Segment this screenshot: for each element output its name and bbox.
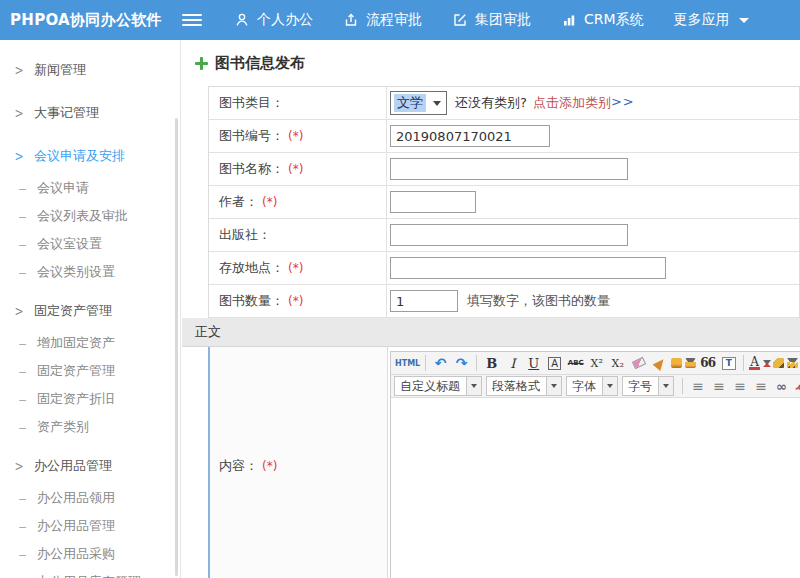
- book-number-input[interactable]: [390, 125, 550, 147]
- add-category-arrows[interactable]: >>: [611, 94, 635, 112]
- caret-down-icon: [787, 358, 798, 368]
- add-category-link[interactable]: 点击添加类别: [533, 94, 611, 112]
- toolbar-separator: [425, 355, 426, 371]
- sidebar-item-6[interactable]: —会议类别设置: [0, 258, 180, 286]
- paste-text-button[interactable]: T: [719, 354, 738, 373]
- fill-color-button[interactable]: [671, 354, 696, 373]
- align-right-button[interactable]: ≡: [730, 377, 749, 396]
- chevron-right-icon: >: [15, 303, 24, 319]
- sidebar-group-2[interactable]: >会议申请及安排: [0, 138, 180, 174]
- sidebar-item-5[interactable]: —会议室设置: [0, 230, 180, 258]
- content-editor-row: 内容： (*) HTML↶↷BIUAABCX²X₂66TA≡≡ 自定义标题段落格…: [208, 347, 800, 578]
- sidebar-item-16[interactable]: —办公用品库存管理: [0, 568, 180, 578]
- body-section-bar: 正文: [182, 318, 800, 347]
- font-family-select[interactable]: 字体: [566, 376, 618, 396]
- sidebar-item-9[interactable]: —固定资产管理: [0, 357, 180, 385]
- font-size-select[interactable]: 字号: [622, 376, 674, 396]
- html-source-button[interactable]: HTML: [395, 354, 420, 373]
- sidebar-item-13[interactable]: —办公用品领用: [0, 484, 180, 512]
- top-bar: PHPOA协同办公软件 个人办公 流程审批 集团审批: [0, 0, 800, 40]
- sidebar-item-label: 办公用品领用: [37, 489, 115, 507]
- app-logo: PHPOA协同办公软件: [0, 11, 180, 30]
- person-icon: [234, 12, 250, 28]
- nav-item-crm-system[interactable]: CRM系统: [561, 11, 644, 29]
- required-mark: (*): [288, 129, 303, 143]
- align-left-button[interactable]: ≡: [688, 377, 707, 396]
- category-selected-value: 文学: [394, 94, 426, 112]
- nav-item-personal-office[interactable]: 个人办公: [234, 11, 313, 29]
- align-center-button[interactable]: ≡: [709, 377, 728, 396]
- font-color-button[interactable]: A: [749, 354, 771, 373]
- chevron-right-icon: >: [15, 458, 24, 474]
- caret-down-icon: [546, 377, 561, 395]
- nav-label: 流程审批: [366, 11, 422, 29]
- select-arrow-icon: [433, 101, 441, 106]
- required-mark: (*): [288, 162, 303, 176]
- undo-button[interactable]: ↶: [431, 354, 450, 373]
- italic-button[interactable]: I: [503, 354, 522, 373]
- redo-button[interactable]: ↷: [452, 354, 471, 373]
- top-nav: 个人办公 流程审批 集团审批 CRM系统 更多应用: [234, 11, 749, 29]
- sidebar-item-11[interactable]: —资产类别: [0, 413, 180, 441]
- sidebar-item-10[interactable]: —固定资产折旧: [0, 385, 180, 413]
- sidebar-group-12[interactable]: >办公用品管理: [0, 448, 180, 484]
- toolbar-separator: [682, 378, 683, 394]
- editor-toolbar-row2: 自定义标题段落格式字体字号≡≡≡≡∞∞: [391, 375, 800, 398]
- bar-chart-icon: [561, 12, 577, 28]
- sidebar-group-0[interactable]: >新闻管理: [0, 52, 180, 88]
- required-mark: (*): [262, 459, 277, 473]
- unlink-button[interactable]: ∞: [793, 377, 800, 396]
- nav-item-more-apps[interactable]: 更多应用: [674, 11, 749, 29]
- field-label: 出版社：: [219, 226, 271, 244]
- location-input[interactable]: [390, 257, 666, 279]
- eraser-button[interactable]: [629, 354, 648, 373]
- link-button[interactable]: ∞: [772, 377, 791, 396]
- superscript-button[interactable]: X²: [587, 354, 606, 373]
- strikethrough-button[interactable]: ABC: [566, 354, 585, 373]
- publisher-input[interactable]: [390, 224, 628, 246]
- highlighter-button[interactable]: [773, 354, 798, 373]
- nav-item-group-approval[interactable]: 集团审批: [452, 11, 531, 29]
- sidebar-item-4[interactable]: —会议列表及审批: [0, 202, 180, 230]
- format-brush-button[interactable]: [650, 354, 669, 373]
- editor-content-area[interactable]: [391, 398, 800, 578]
- hamburger-menu-icon[interactable]: [182, 14, 202, 26]
- sidebar-item-14[interactable]: —办公用品管理: [0, 512, 180, 540]
- sidebar-scrollbar[interactable]: [175, 118, 178, 576]
- heading-select[interactable]: 自定义标题: [394, 376, 482, 396]
- sidebar-item-8[interactable]: —增加固定资产: [0, 329, 180, 357]
- sidebar-item-label: 会议申请及安排: [34, 147, 125, 165]
- sidebar-item-label: 办公用品管理: [34, 457, 112, 475]
- blockquote-button[interactable]: 66: [698, 354, 717, 373]
- sidebar-item-label: 会议申请: [37, 179, 89, 197]
- author-input[interactable]: [390, 191, 476, 213]
- sidebar-group-1[interactable]: >大事记管理: [0, 95, 180, 131]
- no-category-question: 还没有类别?: [455, 94, 527, 112]
- sidebar-item-label: 办公用品库存管理: [37, 573, 141, 578]
- sidebar-item-label: 会议室设置: [37, 235, 102, 253]
- category-select[interactable]: 文学: [390, 91, 447, 115]
- font-style-button[interactable]: A: [545, 354, 564, 373]
- subscript-button[interactable]: X₂: [608, 354, 627, 373]
- body-section-label: 正文: [195, 323, 221, 341]
- sidebar-item-15[interactable]: —办公用品采购: [0, 540, 180, 568]
- dash-icon: —: [19, 266, 27, 279]
- required-mark: (*): [262, 195, 277, 209]
- bold-button[interactable]: B: [482, 354, 501, 373]
- content-label: 内容：: [219, 457, 258, 475]
- nav-item-workflow-approval[interactable]: 流程审批: [343, 11, 422, 29]
- justify-button[interactable]: ≡: [751, 377, 770, 396]
- edit-square-icon: [452, 12, 468, 28]
- dash-icon: —: [19, 337, 27, 350]
- editor-toolbar-row1: HTML↶↷BIUAABCX²X₂66TA≡≡: [391, 352, 800, 375]
- paragraph-format-select[interactable]: 段落格式: [486, 376, 562, 396]
- form-row: 作者：(*): [209, 186, 799, 219]
- sidebar-group-7[interactable]: >固定资产管理: [0, 293, 180, 329]
- underline-button[interactable]: U: [524, 354, 543, 373]
- quantity-input[interactable]: [390, 290, 458, 312]
- select-label: 字号: [623, 378, 658, 395]
- chevron-right-icon: >: [15, 105, 24, 121]
- sidebar-item-label: 固定资产管理: [37, 362, 115, 380]
- book-name-input[interactable]: [390, 158, 628, 180]
- sidebar-item-3[interactable]: —会议申请: [0, 174, 180, 202]
